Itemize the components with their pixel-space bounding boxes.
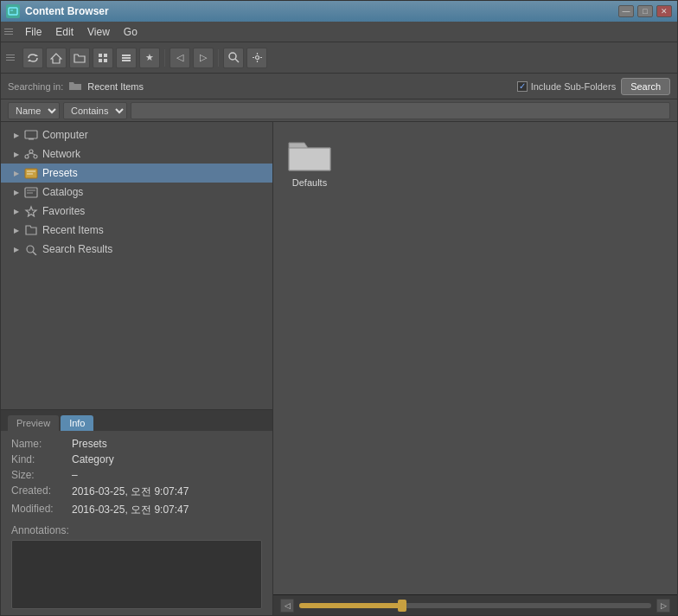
filter-contains-select[interactable]: Contains [63,102,127,119]
forward-button[interactable]: ▷ [193,48,214,68]
home-button[interactable] [46,48,67,68]
svg-marker-28 [26,207,36,216]
include-subfolder-checkbox[interactable]: ✓ [517,81,528,92]
include-subfolder-toggle[interactable]: ✓ Include Sub-Folders [517,81,616,92]
svg-marker-4 [51,54,61,63]
modified-label: Modified: [11,503,72,517]
filter-input[interactable] [131,102,670,119]
toolbar-separator-2 [218,49,219,67]
search-button[interactable]: Search [621,78,670,95]
info-row-size: Size: – [11,469,262,481]
svg-rect-5 [99,54,102,57]
created-value: 2016-03-25, 오전 9:07:47 [72,484,189,499]
name-value: Presets [72,438,107,450]
annotations-box[interactable] [11,540,262,609]
window-icon [6,4,20,18]
svg-point-19 [34,155,37,158]
sidebar-label-presets: Presets [42,167,78,179]
info-row-kind: Kind: Category [11,453,262,465]
menu-edit[interactable]: Edit [48,24,80,40]
kind-value: Category [72,453,114,465]
annotations-label: Annotations: [11,524,262,536]
sidebar-label-network: Network [42,148,80,160]
bottom-back-button[interactable]: ◁ [280,599,294,613]
svg-point-29 [27,246,34,253]
favorites-icon [23,205,39,217]
svg-rect-8 [104,59,107,62]
folder-button[interactable] [69,48,90,68]
svg-line-20 [27,153,31,155]
arrow-icon: ▶ [11,149,22,159]
svg-rect-25 [25,188,37,197]
file-label-defaults: Defaults [292,177,327,188]
sidebar-item-recent[interactable]: ▶ Recent Items [1,221,272,240]
modified-value: 2016-03-25, 오전 9:07:47 [72,503,189,517]
sidebar-label-recent: Recent Items [42,224,104,236]
bottom-forward-button[interactable]: ▷ [656,599,670,613]
name-label: Name: [11,438,72,450]
menu-view[interactable]: View [80,24,117,40]
settings-button[interactable] [246,48,267,68]
svg-point-14 [255,56,259,60]
zoom-slider-track[interactable] [299,603,651,608]
file-browser: Defaults ◁ ▷ [273,122,677,615]
zoom-slider-fill [299,603,405,608]
menu-grip [4,29,13,35]
sidebar-item-favorites[interactable]: ▶ Favorites [1,202,272,221]
sidebar-item-catalogs[interactable]: ▶ Catalogs [1,183,272,202]
maximize-button[interactable]: □ [637,5,653,17]
close-button[interactable]: ✕ [656,5,672,17]
main-content: ▶ Computer ▶ Network ▶ [1,122,677,615]
sidebar-tree: ▶ Computer ▶ Network ▶ [1,122,272,409]
computer-icon [23,129,39,141]
title-bar: Content Browser — □ ✕ [1,1,677,22]
info-panel: Preview Info Name: Presets Kind: Categor… [1,409,272,615]
sidebar-item-network[interactable]: ▶ Network [1,144,272,164]
search-toolbar-button[interactable] [223,48,244,68]
include-subfolder-label: Include Sub-Folders [531,81,616,92]
arrow-icon: ▶ [11,206,22,216]
svg-rect-7 [99,59,102,62]
menu-go[interactable]: Go [117,24,144,40]
svg-line-21 [31,153,35,155]
tab-info[interactable]: Info [61,415,93,431]
presets-icon [23,167,39,179]
size-value: – [72,469,78,481]
sidebar-item-presets[interactable]: ▶ Presets [1,164,272,183]
file-item-defaults[interactable]: Defaults [284,132,336,191]
zoom-slider-thumb[interactable] [398,600,406,612]
folder-icon [287,136,332,174]
back-button[interactable]: ◁ [170,48,190,68]
svg-rect-15 [25,131,37,138]
searching-in-label: Searching in: [8,81,63,92]
sync-button[interactable] [22,48,43,68]
content-browser-window: Content Browser — □ ✕ File Edit View Go [0,0,678,616]
arrow-icon: ▶ [11,130,22,140]
svg-point-18 [25,155,29,158]
toolbar-grip [6,55,15,61]
grid-view-button[interactable] [93,48,113,68]
svg-rect-10 [122,57,131,59]
menu-file[interactable]: File [18,24,48,40]
sidebar-item-search-results[interactable]: ▶ Search Results [1,240,272,259]
arrow-icon: ▶ [11,168,22,178]
list-view-button[interactable] [116,48,137,68]
minimize-button[interactable]: — [618,5,634,17]
bottom-bar: ◁ ▷ [273,594,677,615]
tab-preview[interactable]: Preview [8,415,59,431]
arrow-icon: ▶ [11,225,22,235]
sidebar-label-computer: Computer [42,129,88,141]
info-row-modified: Modified: 2016-03-25, 오전 9:07:47 [11,503,262,517]
svg-line-30 [33,252,36,255]
window-controls: — □ ✕ [618,5,672,17]
network-icon [23,148,39,160]
filter-bar: Name Contains [1,99,677,122]
star-button[interactable]: ★ [139,48,160,68]
svg-point-17 [29,150,33,153]
path-folder-icon [68,81,82,92]
filter-name-select[interactable]: Name [8,102,60,119]
window-title: Content Browser [25,5,618,17]
catalogs-icon [23,186,39,198]
sidebar-item-computer[interactable]: ▶ Computer [1,125,272,144]
svg-rect-11 [122,60,131,61]
